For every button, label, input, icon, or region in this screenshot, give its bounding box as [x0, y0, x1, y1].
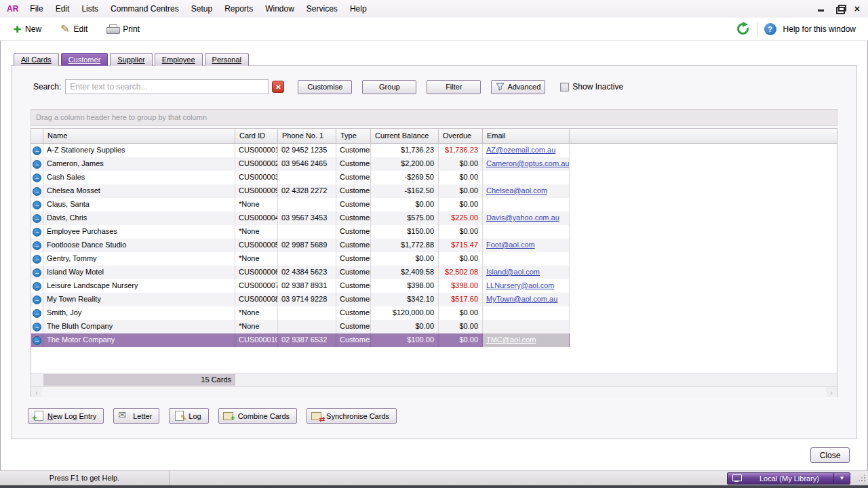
- email-link[interactable]: Cameron@optus.com.au: [486, 159, 569, 167]
- new-button[interactable]: + New: [0, 19, 51, 39]
- help-for-window-link[interactable]: Help for this window: [783, 24, 856, 34]
- close-window-icon[interactable]: ×: [854, 5, 860, 13]
- table-row[interactable]: →Island Way MotelCUS00000602 4384 5623Cu…: [31, 266, 570, 279]
- column-header-name[interactable]: Name: [43, 129, 235, 144]
- open-card-arrow-icon[interactable]: →: [33, 282, 41, 291]
- scroll-left-icon[interactable]: ‹: [31, 387, 42, 397]
- table-row[interactable]: →Footloose Dance StudioCUS00000502 9987 …: [31, 239, 570, 252]
- minimize-icon[interactable]: [816, 5, 826, 13]
- email-link[interactable]: Chelsea@aol.com: [486, 186, 547, 195]
- close-button[interactable]: Close: [810, 447, 850, 463]
- email-link[interactable]: TMC@aol.com: [486, 336, 536, 344]
- status-help-text: Press F1 to get Help.: [0, 471, 170, 486]
- email-link[interactable]: AZ@ozemail.com.au: [486, 146, 555, 154]
- open-card-arrow-icon[interactable]: →: [33, 201, 41, 209]
- table-row[interactable]: →The Bluth Company*NoneCustomer$0.00$0.0…: [31, 320, 570, 333]
- print-button[interactable]: Print: [97, 19, 149, 39]
- scroll-right-icon[interactable]: ›: [826, 387, 837, 397]
- action-label: Synchronise Cards: [326, 412, 389, 420]
- menu-item-reports[interactable]: Reports: [218, 0, 259, 18]
- email-link[interactable]: Davis@yahoo.com.au: [486, 214, 559, 222]
- help-icon[interactable]: ?: [764, 23, 776, 35]
- open-card-arrow-icon[interactable]: →: [33, 187, 41, 196]
- open-card-arrow-icon[interactable]: →: [33, 146, 41, 155]
- open-card-arrow-icon[interactable]: →: [33, 296, 41, 304]
- cell-phone: [278, 252, 336, 266]
- library-dropdown[interactable]: Local (My Library) ▼: [727, 472, 850, 485]
- combine-cards-icon: [223, 411, 235, 421]
- table-row[interactable]: →Leisure Landscape NurseryCUS00000702 93…: [31, 279, 570, 293]
- advanced-button[interactable]: Advanced: [491, 80, 545, 94]
- group-by-drop-zone[interactable]: Drag a column header here to group by th…: [31, 109, 837, 126]
- tab-all-cards[interactable]: All Cards: [14, 53, 59, 66]
- filter-button[interactable]: Filter: [427, 80, 481, 94]
- tab-personal[interactable]: Personal: [205, 53, 249, 66]
- column-header-card-id[interactable]: Card ID: [235, 129, 278, 144]
- table-row[interactable]: →Cash SalesCUS000003Customer-$269.50$0.0…: [31, 171, 570, 184]
- letter-button[interactable]: Letter: [113, 408, 159, 424]
- table-row[interactable]: →Davis, ChrisCUS00000403 9567 3453Custom…: [31, 211, 570, 225]
- table-row[interactable]: →Employee Purchases*NoneCustomer$150.00$…: [31, 225, 570, 239]
- open-card-arrow-icon[interactable]: →: [33, 323, 41, 331]
- refresh-icon[interactable]: [736, 22, 750, 36]
- chevron-down-icon[interactable]: ▼: [833, 472, 850, 485]
- combine-cards-button[interactable]: Combine Cards: [218, 408, 297, 424]
- column-header-overdue[interactable]: Overdue: [439, 129, 483, 144]
- restore-icon[interactable]: [835, 5, 845, 13]
- open-card-arrow-icon[interactable]: →: [33, 160, 41, 169]
- open-card-arrow-icon[interactable]: →: [33, 174, 41, 182]
- menu-item-lists[interactable]: Lists: [75, 0, 104, 18]
- table-row[interactable]: →Chelsea MossetCUS00000902 4328 2272Cust…: [31, 184, 570, 198]
- open-card-arrow-icon[interactable]: →: [33, 228, 41, 237]
- search-input[interactable]: [65, 79, 269, 94]
- table-row[interactable]: →Claus, Santa*NoneCustomer$0.00$0.00: [31, 198, 570, 211]
- synchronise-cards-button[interactable]: Synchronise Cards: [307, 408, 397, 424]
- show-inactive-checkbox[interactable]: [560, 83, 569, 92]
- menu-item-edit[interactable]: Edit: [50, 0, 76, 18]
- resize-grip[interactable]: [857, 474, 865, 483]
- log-button[interactable]: Log: [169, 408, 208, 424]
- menu-item-window[interactable]: Window: [259, 0, 300, 18]
- library-label: Local (My Library): [745, 474, 833, 483]
- tab-label: All Cards: [21, 56, 52, 64]
- tab-customer[interactable]: Customer: [61, 53, 108, 66]
- column-header-current-balance[interactable]: Current Balance: [371, 129, 439, 144]
- clear-search-icon[interactable]: ✕: [272, 81, 284, 93]
- tab-supplier[interactable]: Supplier: [110, 53, 152, 66]
- table-row[interactable]: →My Town RealityCUS00000803 9714 9228Cus…: [31, 293, 570, 306]
- email-link[interactable]: Island@aol.com: [486, 268, 540, 276]
- table-row[interactable]: →Gentry, Tommy*NoneCustomer$0.00$0.00: [31, 252, 570, 266]
- group-button[interactable]: Group: [362, 80, 416, 94]
- edit-button[interactable]: ✎ Edit: [51, 19, 97, 39]
- cell-current-balance: $2,200.00: [371, 157, 439, 171]
- menu-item-file[interactable]: File: [24, 0, 49, 18]
- table-row[interactable]: →Cameron, JamesCUS00000203 9546 2465Cust…: [31, 157, 570, 171]
- email-link[interactable]: Foot@aol.com: [486, 241, 535, 249]
- customise-button[interactable]: Customise: [298, 80, 352, 94]
- open-card-arrow-icon[interactable]: →: [33, 309, 41, 318]
- open-card-arrow-icon[interactable]: →: [33, 268, 41, 277]
- new-log-entry-button[interactable]: New Log Entry: [28, 408, 104, 424]
- email-link[interactable]: MyTown@aol.com.au: [486, 295, 557, 303]
- email-link[interactable]: LLNursery@aol.com: [486, 281, 554, 289]
- menu-item-help[interactable]: Help: [344, 0, 373, 18]
- table-row[interactable]: →The Motor CompanyCUS00001002 9387 6532C…: [31, 333, 570, 347]
- open-card-arrow-icon[interactable]: →: [33, 214, 41, 223]
- column-header-type[interactable]: Type: [336, 129, 371, 144]
- column-header-email[interactable]: Email: [483, 129, 570, 144]
- open-card-arrow-icon[interactable]: →: [33, 241, 41, 250]
- menu-item-services[interactable]: Services: [300, 0, 344, 18]
- open-card-arrow-icon[interactable]: →: [33, 255, 41, 264]
- row-arrow-cell: →: [31, 279, 43, 293]
- tab-employee[interactable]: Employee: [155, 53, 203, 66]
- table-row[interactable]: →A-Z Stationery SuppliesCUS00000102 9452…: [31, 144, 570, 157]
- menu-item-command-centres[interactable]: Command Centres: [104, 0, 185, 18]
- table-row[interactable]: →Smith, Joy*NoneCustomer$120,000.00$0.00: [31, 306, 570, 320]
- menu-item-setup[interactable]: Setup: [185, 0, 218, 18]
- column-header-phone-no-1[interactable]: Phone No. 1: [278, 129, 336, 144]
- show-inactive-label: Show Inactive: [572, 82, 623, 92]
- horizontal-scrollbar[interactable]: ‹ ›: [31, 386, 837, 397]
- cards-count: 15 Cards: [43, 374, 235, 386]
- cell-type: Customer: [336, 239, 371, 252]
- open-card-arrow-icon[interactable]: →: [33, 336, 41, 345]
